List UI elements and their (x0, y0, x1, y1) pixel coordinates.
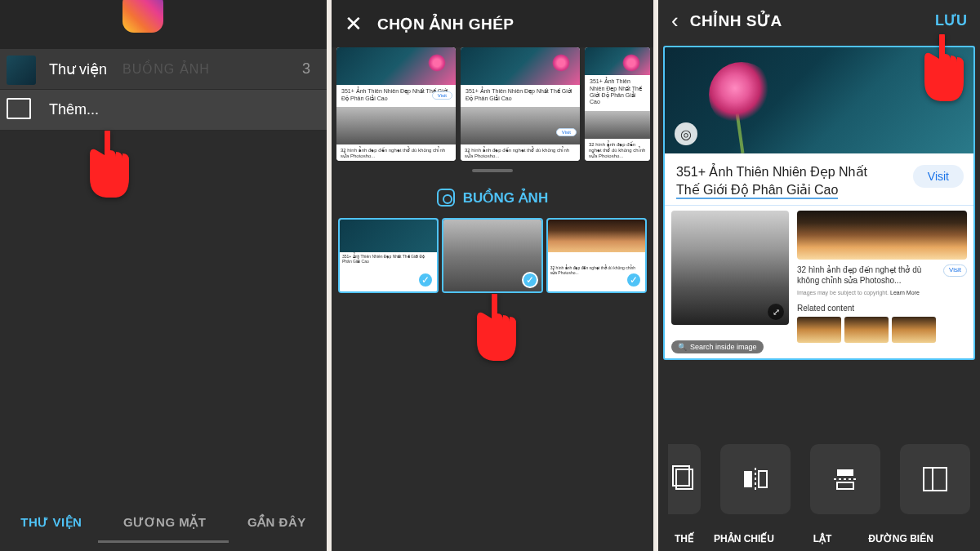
camera-icon (437, 189, 455, 207)
tutorial-pointer-icon (469, 294, 518, 363)
close-icon[interactable]: ✕ (345, 11, 363, 37)
menu-item-more[interactable]: Thêm... (0, 90, 327, 131)
source-card[interactable]: 351+ Ảnh Thiên Nhiên Đẹp Nhất Thế Giới Đ… (461, 47, 580, 161)
modal-title: CHỌN ẢNH GHÉP (377, 15, 514, 33)
tab-recent[interactable]: GẦN ĐÂY (247, 515, 306, 530)
selected-thumb[interactable]: 32 hình ảnh đẹp đến nghẹt thở dù không c… (546, 218, 647, 293)
border-icon (920, 464, 950, 494)
article-block: 351+ Ảnh Thiên Nhiên Đẹp Nhất Thế Giới Đ… (665, 153, 973, 206)
card-mountain-image (461, 107, 580, 144)
flip-icon (831, 464, 860, 494)
related-thumb[interactable] (844, 317, 889, 343)
tool-mirror[interactable] (720, 444, 791, 514)
selected-thumb[interactable]: ✓ (442, 218, 542, 293)
tab-indicator (98, 540, 229, 543)
check-icon: ✓ (522, 272, 538, 288)
search-icon: 🔍 (678, 343, 687, 351)
related-thumbs (797, 317, 936, 343)
selected-images-row: 351+ Ảnh Thiên Nhiên Đẹp Nhất Thế Giới Đ… (332, 218, 653, 293)
section-header: BUỒNG ẢNH (332, 180, 653, 218)
edit-tools-row (658, 438, 980, 520)
screen-choose-collage: ✕ CHỌN ẢNH GHÉP 351+ Ảnh Thiên Nhiên Đẹp… (327, 0, 653, 551)
edit-title: CHỈNH SỬA (690, 11, 782, 30)
modal-header: ✕ CHỌN ẢNH GHÉP (332, 0, 653, 47)
svg-rect-7 (837, 482, 853, 489)
lower-content: ⤢ 32 hình ảnh đẹp đến nghẹt thở dù không… (665, 206, 973, 343)
card-subtitle: 32 hình ảnh đẹp đến nghẹt thở dù không c… (585, 139, 650, 161)
svg-rect-4 (759, 471, 767, 487)
expand-icon[interactable]: ⤢ (768, 304, 784, 320)
tool-flip[interactable] (810, 444, 880, 514)
screen-edit: ‹ CHỈNH SỬA LƯU 351+ Ảnh Thiên Nhiên Đẹp… (653, 0, 980, 551)
svg-rect-5 (837, 469, 853, 476)
related-thumb[interactable] (797, 317, 841, 343)
tool-border[interactable] (900, 444, 970, 514)
svg-rect-2 (744, 471, 752, 487)
related-label: Related content (797, 303, 936, 313)
right-column: 32 hình ảnh đẹp đến nghẹt thở dù không c… (797, 211, 967, 343)
source-card[interactable]: 351+ Ảnh Thiên Nhiên Đẹp Nhất Thế Giới Đ… (336, 47, 456, 161)
visit-chip[interactable]: Visit (556, 128, 577, 136)
lens-icon[interactable] (675, 122, 697, 145)
card-mountain-image (585, 111, 650, 139)
tool-label-flip: LẬT (787, 533, 858, 544)
secondary-card: 32 hình ảnh đẹp đến nghẹt thở dù không c… (797, 264, 967, 343)
secondary-text: 32 hình ảnh đẹp đến nghẹt thở dù không c… (797, 265, 921, 285)
back-icon[interactable]: ‹ (671, 8, 679, 33)
drag-handle-icon[interactable] (472, 169, 513, 172)
ghost-section-label: BUỒNG ẢNH (122, 61, 210, 77)
more-label: Thêm... (49, 101, 99, 118)
card-hero-image (461, 47, 580, 85)
card-mountain-image (336, 107, 456, 144)
thumb-image (340, 220, 437, 252)
top-spacer (0, 0, 327, 49)
save-button[interactable]: LƯU (935, 11, 967, 29)
card-title: 351+ Ảnh Thiên Nhiên Đẹp Nhất Thế Giới Đ… (461, 85, 580, 105)
replace-icon (671, 464, 701, 494)
tool-label-mirror: PHẢN CHIẾU (709, 533, 779, 544)
card-title: 351+ Ảnh Thiên Nhiên Đẹp Nhất Thế Giới Đ… (585, 75, 650, 109)
mirror-icon (741, 464, 770, 494)
mountain-image: ⤢ (671, 211, 789, 325)
thumb-image (548, 220, 645, 252)
tool-replace[interactable] (668, 444, 701, 514)
copyright-meta: Images may be subject to copyright. Lear… (797, 289, 936, 296)
card-subtitle: 32 hình ảnh đẹp đến nghẹt thở dù không c… (461, 144, 580, 161)
article-title: 351+ Ảnh Thiên Nhiên Đẹp Nhất Thế Giới Đ… (676, 163, 889, 198)
screen-gallery-picker: Thư viện BUỒNG ẢNH 3 Thêm... THƯ VIỆN GƯ… (0, 0, 327, 551)
gallery-count: 3 (302, 60, 310, 78)
svg-rect-8 (924, 468, 947, 491)
check-icon: ✓ (626, 272, 642, 288)
bottom-tabs: THƯ VIỆN GƯƠNG MẶT GẦN ĐÂY (0, 502, 327, 543)
card-hero-image (336, 47, 456, 85)
related-thumb[interactable] (892, 317, 936, 343)
tool-label-replace: THẾ (668, 533, 701, 544)
card-hero-image (585, 47, 650, 75)
section-title: BUỒNG ẢNH (463, 189, 548, 207)
gallery-label: Thư viện (49, 60, 107, 78)
tutorial-pointer-icon (82, 131, 131, 200)
menu-item-gallery[interactable]: Thư viện BUỒNG ẢNH 3 (0, 49, 327, 90)
visit-chip[interactable]: Visit (943, 264, 967, 276)
tool-label-border: ĐƯỜNG BIÊN (866, 533, 936, 544)
sunset-image (797, 211, 967, 260)
tool-labels: THẾ PHẢN CHIẾU LẬT ĐƯỜNG BIÊN (658, 533, 980, 544)
source-images-strip[interactable]: 351+ Ảnh Thiên Nhiên Đẹp Nhất Thế Giới Đ… (332, 47, 653, 166)
instagram-icon (122, 0, 163, 33)
card-subtitle: 32 hình ảnh đẹp đến nghẹt thở dù không c… (336, 144, 456, 161)
visit-chip[interactable]: Visit (432, 91, 452, 100)
tab-faces[interactable]: GƯƠNG MẶT (123, 515, 207, 530)
source-card[interactable]: 351+ Ảnh Thiên Nhiên Đẹp Nhất Thế Giới Đ… (585, 47, 650, 161)
search-inside-chip[interactable]: 🔍 Search inside image (671, 340, 764, 353)
gallery-thumbnail-icon (7, 56, 36, 85)
tutorial-pointer-icon (916, 34, 965, 104)
pictures-icon (10, 101, 31, 119)
tab-library[interactable]: THƯ VIỆN (20, 515, 82, 530)
selected-thumb[interactable]: 351+ Ảnh Thiên Nhiên Đẹp Nhất Thế Giới Đ… (338, 218, 439, 293)
visit-button[interactable]: Visit (913, 165, 964, 188)
